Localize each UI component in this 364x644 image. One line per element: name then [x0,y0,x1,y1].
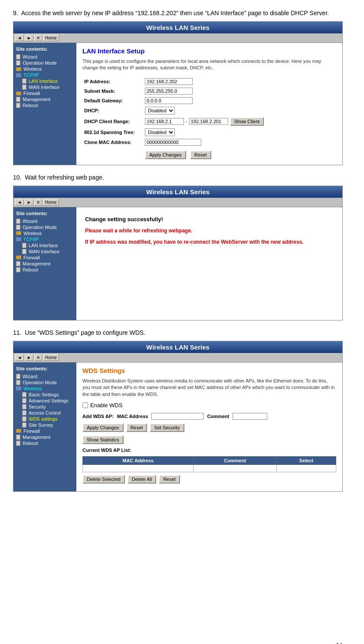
sidebar-item-advanced-3[interactable]: Advanced Settings [16,398,74,403]
sidebar-link-firewall-2[interactable]: Firewall [23,255,40,260]
sidebar-item-firewall-2[interactable]: Firewall [16,255,74,260]
lan-reset-btn[interactable]: Reset [190,150,211,159]
comment-input[interactable] [233,413,267,420]
sidebar-item-mgmt-1[interactable]: Management [16,97,74,102]
sidebar-link-survey-3[interactable]: Site Survey [29,422,53,428]
doc-icon-3c [22,392,26,397]
sidebar-link-wireless-1[interactable]: Wireless [23,66,42,72]
sidebar-link-security-3[interactable]: Security [29,404,46,409]
stop-btn-3[interactable]: ✕ [34,354,42,361]
sidebar-link-wizard-1[interactable]: Wizard [23,54,37,59]
wds-th-comment: Comment [193,456,277,464]
sidebar-item-opmode-1[interactable]: Operation Mode [16,60,74,65]
sidebar-item-reboot-2[interactable]: Reboot [16,267,74,272]
sidebar-item-basic-3[interactable]: Basic Settings [16,392,74,397]
sidebar-item-wan-1[interactable]: WAN Interface [16,85,74,90]
back-btn-3[interactable]: ◄ [15,354,24,361]
sidebar-item-reboot-1[interactable]: Reboot [16,103,74,108]
wds-delete-selected-btn[interactable]: Delete Selected [82,475,125,484]
sidebar-item-lan-1[interactable]: LAN Interface [16,78,74,84]
mac-address-input[interactable] [151,413,203,420]
lan-apply-btn[interactable]: Apply Changes [145,150,186,159]
sidebar-link-reboot-2[interactable]: Reboot [23,267,38,272]
wds-delete-all-btn[interactable]: Delete All [128,475,156,484]
sidebar-link-tcpip-2[interactable]: TCP/IP [23,237,39,242]
subnet-input[interactable] [145,88,193,95]
wds-show-stats-btn[interactable]: Show Statistics [82,435,124,444]
sidebar-item-access-3[interactable]: Access Control [16,410,74,415]
dhcp-end-input[interactable] [189,118,228,125]
sidebar-link-lan-1[interactable]: LAN Interface [29,78,58,84]
sidebar-item-security-3[interactable]: Security [16,404,74,409]
wds-set-security-btn[interactable]: Set Security [150,423,184,432]
sidebar-item-mgmt-2[interactable]: Management [16,261,74,266]
sidebar-item-wireless-1[interactable]: Wireless [16,66,74,72]
gateway-input[interactable] [145,97,193,104]
sidebar-item-wizard-3[interactable]: Wizard [16,374,74,379]
sidebar-link-wan-1[interactable]: WAN Interface [29,85,59,90]
sidebar-item-mgmt-3[interactable]: Management [16,435,74,440]
sidebar-item-wan-2[interactable]: WAN Interface [16,249,74,254]
wds-table-reset-btn[interactable]: Reset [159,475,180,484]
stop-btn-2[interactable]: ✕ [34,199,42,206]
sidebar-item-opmode-2[interactable]: Operation Mode [16,225,74,230]
sidebar-link-firewall-3[interactable]: Firewall [23,428,40,434]
sidebar-link-wan-2[interactable]: WAN Interface [29,249,59,254]
sidebar-link-firewall-1[interactable]: Firewall [23,91,40,96]
sidebar-item-wireless-3[interactable]: Wireless [16,386,74,391]
spanning-select[interactable]: Disabled Enabled [145,128,175,136]
sidebar-item-tcpip-1[interactable]: TCP/IP [16,72,74,78]
sidebar-item-opmode-3[interactable]: Operation Mode [16,380,74,385]
sidebar-link-access-3[interactable]: Access Control [29,410,61,415]
sidebar-link-tcpip-1[interactable]: TCP/IP [23,72,39,78]
back-btn[interactable]: ◄ [15,35,24,41]
forward-btn-2[interactable]: ► [25,199,33,206]
sidebar-item-wds-3[interactable]: WDS settings [16,416,74,422]
doc-icon-2c [22,243,26,248]
sidebar-item-survey-3[interactable]: Site Survey [16,422,74,428]
clone-mac-input[interactable] [145,139,201,146]
show-client-btn[interactable]: Show Client [230,117,264,126]
sidebar-link-opmode-1[interactable]: Operation Mode [23,60,57,65]
sidebar-link-basic-3[interactable]: Basic Settings [29,392,59,397]
sidebar-item-lan-2[interactable]: LAN Interface [16,243,74,248]
sidebar-link-mgmt-1[interactable]: Management [23,97,50,102]
sidebar-item-wizard-1[interactable]: Wizard [16,54,74,59]
sidebar-link-advanced-3[interactable]: Advanced Settings [29,398,69,403]
sidebar-item-wireless-2[interactable]: Wireless [16,231,74,236]
enable-wds-checkbox[interactable] [82,402,88,408]
refresh-main-content: Change setting successfully! Please wait… [76,207,342,320]
sidebar-item-reboot-3[interactable]: Reboot [16,441,74,446]
home-btn-2[interactable]: Home [43,199,59,206]
forward-btn[interactable]: ► [25,35,33,41]
doc-icon-3d [22,398,26,403]
sidebar-link-reboot-1[interactable]: Reboot [23,103,38,108]
sidebar-link-lan-2[interactable]: LAN Interface [29,243,58,248]
home-btn[interactable]: Home [43,35,59,41]
wds-apply-btn[interactable]: Apply Changes [82,423,124,432]
sidebar-link-mgmt-2[interactable]: Management [23,261,50,266]
sidebar-link-wds-3[interactable]: WDS settings [29,416,58,422]
sidebar-item-tcpip-2[interactable]: TCP/IP [16,237,74,242]
sidebar-link-opmode-2[interactable]: Operation Mode [23,225,57,230]
sidebar-link-opmode-3[interactable]: Operation Mode [23,380,57,385]
folder-icon-2b [16,237,21,241]
stop-btn[interactable]: ✕ [34,35,42,41]
sidebar-link-wireless-2[interactable]: Wireless [23,231,42,236]
ip-input[interactable] [145,78,193,85]
sidebar-link-reboot-3[interactable]: Reboot [23,441,38,446]
sidebar-item-firewall-1[interactable]: Firewall [16,91,74,96]
sidebar-item-firewall-3[interactable]: Firewall [16,428,74,434]
sidebar-item-wizard-2[interactable]: Wizard [16,219,74,224]
sidebar-link-wireless-3[interactable]: Wireless [23,386,42,391]
dhcp-select[interactable]: Disabled Enabled [145,107,175,114]
sidebar-link-wizard-3[interactable]: Wizard [23,374,37,379]
forward-btn-3[interactable]: ► [25,354,33,361]
sidebar-link-mgmt-3[interactable]: Management [23,435,50,440]
sidebar-1: Site contents: Wizard Operation Mode Wir… [13,43,76,165]
sidebar-link-wizard-2[interactable]: Wizard [23,219,37,224]
back-btn-2[interactable]: ◄ [15,199,24,206]
home-btn-3[interactable]: Home [43,354,59,361]
dhcp-start-input[interactable] [145,118,184,125]
wds-reset-btn[interactable]: Reset [126,423,148,432]
